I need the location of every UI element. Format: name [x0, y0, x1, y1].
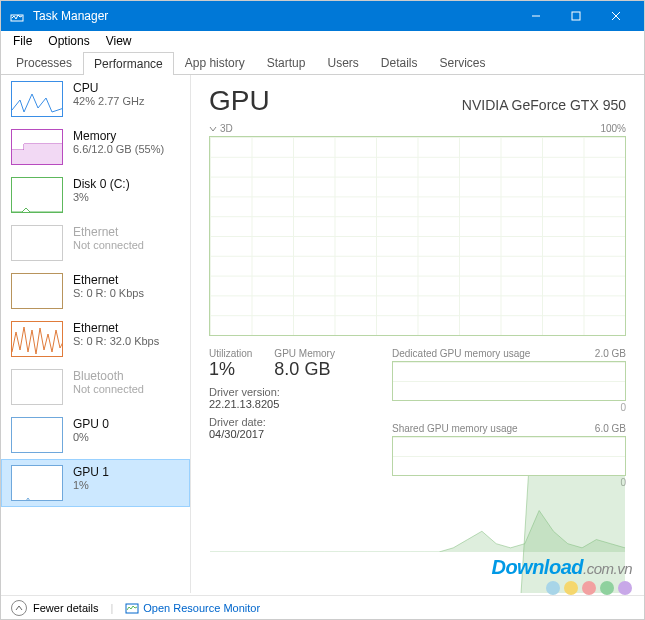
dedicated-chart	[392, 361, 626, 401]
sidebar-item-sub: 42% 2.77 GHz	[73, 95, 145, 107]
svg-rect-2	[572, 12, 580, 20]
sidebar-item-ethernet[interactable]: EthernetS: 0 R: 0 Kbps	[1, 267, 190, 315]
chevron-up-icon	[11, 600, 27, 616]
fewer-details-label: Fewer details	[33, 602, 98, 614]
sidebar-item-title: CPU	[73, 81, 145, 95]
sidebar-item-ethernet[interactable]: EthernetNot connected	[1, 219, 190, 267]
sidebar-item-title: Disk 0 (C:)	[73, 177, 130, 191]
svg-rect-6	[24, 144, 63, 165]
sidebar: CPU42% 2.77 GHzMemory6.6/12.0 GB (55%)Di…	[1, 75, 191, 593]
sidebar-item-gpu-0[interactable]: GPU 00%	[1, 411, 190, 459]
menubar: File Options View	[1, 31, 644, 51]
sidebar-item-sub: 0%	[73, 431, 109, 443]
thumbnail-chart	[11, 369, 63, 405]
sidebar-item-cpu[interactable]: CPU42% 2.77 GHz	[1, 75, 190, 123]
tab-users[interactable]: Users	[316, 51, 369, 74]
tab-app-history[interactable]: App history	[174, 51, 256, 74]
thumbnail-chart	[11, 225, 63, 261]
sidebar-item-title: Ethernet	[73, 225, 144, 239]
svg-rect-5	[12, 150, 24, 165]
footer: Fewer details | Open Resource Monitor	[1, 595, 644, 619]
sidebar-item-title: Ethernet	[73, 273, 144, 287]
thumbnail-chart	[11, 417, 63, 453]
tab-processes[interactable]: Processes	[5, 51, 83, 74]
sidebar-item-sub: 3%	[73, 191, 130, 203]
sidebar-item-sub: 6.6/12.0 GB (55%)	[73, 143, 164, 155]
tab-performance[interactable]: Performance	[83, 52, 174, 75]
resource-monitor-icon	[125, 601, 139, 615]
shared-chart	[392, 436, 626, 476]
chart-name-label: 3D	[220, 123, 233, 134]
chart-selector[interactable]: 3D	[209, 123, 233, 134]
sidebar-item-title: Bluetooth	[73, 369, 144, 383]
minimize-button[interactable]	[516, 1, 556, 31]
thumbnail-chart	[11, 321, 63, 357]
window-title: Task Manager	[33, 9, 108, 23]
open-resource-monitor-link[interactable]: Open Resource Monitor	[125, 601, 260, 615]
sidebar-item-gpu-1[interactable]: GPU 11%	[1, 459, 190, 507]
tab-services[interactable]: Services	[429, 51, 497, 74]
menu-view[interactable]: View	[100, 32, 138, 50]
sidebar-item-bluetooth[interactable]: BluetoothNot connected	[1, 363, 190, 411]
sidebar-item-sub: 1%	[73, 479, 109, 491]
thumbnail-chart	[11, 465, 63, 501]
sidebar-item-memory[interactable]: Memory6.6/12.0 GB (55%)	[1, 123, 190, 171]
sidebar-item-disk-0-c-[interactable]: Disk 0 (C:)3%	[1, 171, 190, 219]
tabs: Processes Performance App history Startu…	[1, 51, 644, 75]
close-button[interactable]	[596, 1, 636, 31]
tab-details[interactable]: Details	[370, 51, 429, 74]
chart-max-label: 100%	[600, 123, 626, 134]
sidebar-item-title: Memory	[73, 129, 164, 143]
sidebar-item-title: GPU 1	[73, 465, 109, 479]
tab-startup[interactable]: Startup	[256, 51, 317, 74]
open-resource-monitor-label: Open Resource Monitor	[143, 602, 260, 614]
sidebar-item-sub: S: 0 R: 32.0 Kbps	[73, 335, 159, 347]
thumbnail-chart	[11, 129, 63, 165]
sidebar-item-ethernet[interactable]: EthernetS: 0 R: 32.0 Kbps	[1, 315, 190, 363]
main-panel: GPU NVIDIA GeForce GTX 950 3D 100% Utili…	[191, 75, 644, 593]
menu-file[interactable]: File	[7, 32, 38, 50]
page-title: GPU	[209, 85, 270, 117]
main-chart	[209, 136, 626, 336]
sidebar-item-title: Ethernet	[73, 321, 159, 335]
chevron-down-icon	[209, 125, 217, 133]
menu-options[interactable]: Options	[42, 32, 95, 50]
sidebar-item-title: GPU 0	[73, 417, 109, 431]
thumbnail-chart	[11, 177, 63, 213]
app-icon	[9, 8, 25, 24]
titlebar: Task Manager	[1, 1, 644, 31]
sidebar-item-sub: Not connected	[73, 383, 144, 395]
maximize-button[interactable]	[556, 1, 596, 31]
thumbnail-chart	[11, 273, 63, 309]
sidebar-item-sub: Not connected	[73, 239, 144, 251]
fewer-details-button[interactable]: Fewer details	[11, 600, 98, 616]
gpu-model: NVIDIA GeForce GTX 950	[462, 97, 626, 113]
sidebar-item-sub: S: 0 R: 0 Kbps	[73, 287, 144, 299]
thumbnail-chart	[11, 81, 63, 117]
